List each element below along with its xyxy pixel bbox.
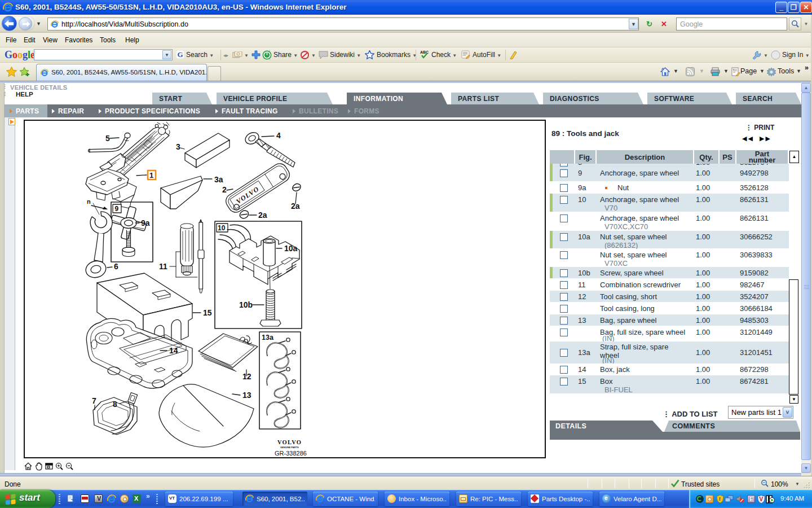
svg-text:10b: 10b <box>239 300 253 309</box>
svg-text:10a: 10a <box>284 244 298 253</box>
svg-text:2: 2 <box>222 185 227 194</box>
svg-text:15: 15 <box>203 308 212 317</box>
svg-text:13: 13 <box>242 391 251 400</box>
svg-text:G: G <box>178 50 183 59</box>
svg-text:10: 10 <box>218 224 226 232</box>
svg-text:13a: 13a <box>262 334 274 341</box>
svg-text:3a: 3a <box>214 175 223 184</box>
svg-text:6: 6 <box>114 262 118 271</box>
svg-text:n: n <box>87 198 91 205</box>
svg-text:14: 14 <box>169 346 178 355</box>
svg-text:2a: 2a <box>258 211 267 220</box>
svg-text:9: 9 <box>115 205 119 213</box>
svg-text:11: 11 <box>159 262 167 271</box>
svg-text:GENUINE PARTS: GENUINE PARTS <box>280 446 299 449</box>
svg-text:4: 4 <box>276 131 281 140</box>
svg-text:!: ! <box>719 496 721 502</box>
svg-text:8: 8 <box>113 400 117 409</box>
svg-text:7: 7 <box>92 396 96 405</box>
svg-text:V: V <box>760 496 764 502</box>
svg-text:GR-338286: GR-338286 <box>275 450 307 457</box>
svg-text:1: 1 <box>149 171 153 179</box>
svg-text:9a: 9a <box>141 218 150 227</box>
svg-text:3: 3 <box>176 142 180 151</box>
svg-text:12: 12 <box>242 372 251 381</box>
svg-text:5: 5 <box>105 134 110 143</box>
svg-text:VOLVO: VOLVO <box>277 439 302 445</box>
